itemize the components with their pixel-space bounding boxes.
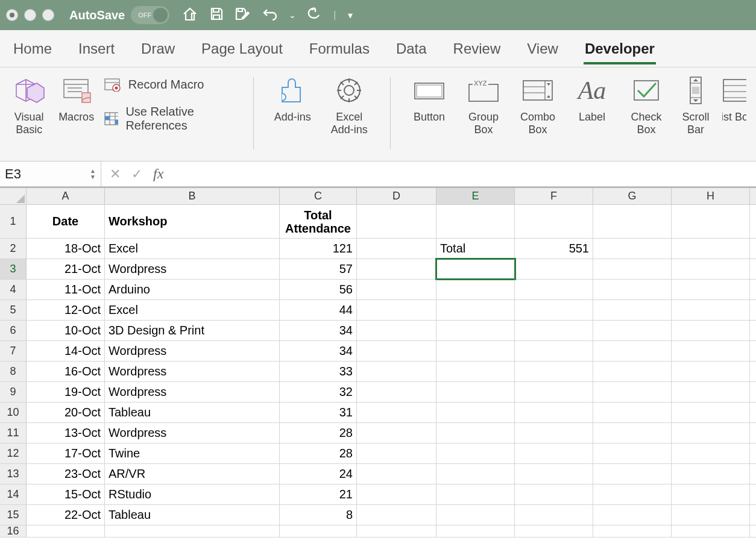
- cell[interactable]: [515, 382, 593, 402]
- cell[interactable]: Twine: [105, 444, 280, 463]
- save-icon[interactable]: [209, 7, 224, 24]
- cell[interactable]: [672, 300, 750, 320]
- cell[interactable]: 19-Oct: [27, 382, 105, 402]
- list-box-button[interactable]: List Box: [722, 74, 746, 124]
- cell[interactable]: 28: [280, 444, 357, 463]
- fx-icon[interactable]: fx: [153, 166, 163, 182]
- cell[interactable]: [436, 280, 515, 299]
- cell[interactable]: [593, 464, 672, 484]
- cell[interactable]: 18-Oct: [27, 239, 105, 259]
- cell[interactable]: [357, 280, 436, 299]
- cell[interactable]: [436, 321, 515, 340]
- select-all-corner[interactable]: [0, 188, 27, 204]
- cell[interactable]: [593, 362, 672, 381]
- col-header-F[interactable]: F: [515, 188, 593, 204]
- cell[interactable]: [515, 484, 593, 504]
- cell[interactable]: [672, 403, 750, 422]
- cell[interactable]: [357, 444, 436, 463]
- row-header[interactable]: 3: [0, 259, 27, 279]
- cell[interactable]: 121: [280, 239, 357, 259]
- cell[interactable]: 33: [280, 362, 357, 381]
- worksheet-grid[interactable]: A B C D E F G H 1 Date Workshop Total At…: [0, 187, 756, 538]
- close-window-button[interactable]: [6, 9, 18, 21]
- cell[interactable]: Total Attendance: [280, 205, 357, 238]
- cell[interactable]: [672, 505, 750, 525]
- combo-box-button[interactable]: Combo Box: [515, 74, 561, 136]
- cell[interactable]: 20-Oct: [27, 403, 105, 422]
- row-header[interactable]: 11: [0, 423, 27, 443]
- cell[interactable]: 17-Oct: [27, 444, 105, 463]
- cell[interactable]: [436, 341, 515, 361]
- cell[interactable]: [436, 464, 515, 484]
- row-header[interactable]: 15: [0, 505, 27, 525]
- tab-view[interactable]: View: [526, 33, 559, 64]
- cell[interactable]: [436, 300, 515, 320]
- cell[interactable]: 12-Oct: [27, 300, 105, 320]
- cell[interactable]: [515, 259, 593, 279]
- redo-icon[interactable]: [307, 7, 321, 24]
- cell[interactable]: [672, 259, 750, 279]
- addins-button[interactable]: Add-ins: [269, 74, 315, 124]
- scroll-bar-button[interactable]: Scroll Bar: [678, 74, 714, 136]
- row-header[interactable]: 16: [0, 525, 27, 537]
- cell[interactable]: [436, 505, 515, 525]
- cell[interactable]: [672, 444, 750, 463]
- undo-dropdown-icon[interactable]: ⌄: [289, 10, 296, 20]
- cell[interactable]: [436, 403, 515, 422]
- cell[interactable]: [672, 205, 750, 238]
- cell[interactable]: 57: [280, 259, 357, 279]
- cell[interactable]: [27, 525, 105, 537]
- tab-formulas[interactable]: Formulas: [308, 33, 371, 64]
- cell[interactable]: Wordpress: [105, 259, 280, 279]
- formula-input[interactable]: [172, 161, 756, 186]
- cell[interactable]: 22-Oct: [27, 505, 105, 525]
- cell[interactable]: [280, 525, 357, 537]
- col-header-C[interactable]: C: [280, 188, 357, 204]
- cell[interactable]: 32: [280, 382, 357, 402]
- col-header-D[interactable]: D: [357, 188, 436, 204]
- cell[interactable]: [593, 484, 672, 504]
- col-header-E[interactable]: E: [436, 188, 515, 204]
- cell[interactable]: [515, 464, 593, 484]
- row-header[interactable]: 8: [0, 362, 27, 381]
- use-relative-refs-button[interactable]: Use Relative References: [104, 105, 238, 133]
- cell[interactable]: [593, 382, 672, 402]
- cell[interactable]: 56: [280, 280, 357, 299]
- group-box-button[interactable]: XYZ Group Box: [461, 74, 506, 136]
- cell[interactable]: [593, 259, 672, 279]
- selected-cell[interactable]: [436, 259, 515, 279]
- undo-icon[interactable]: [262, 7, 278, 23]
- excel-addins-button[interactable]: Excel Add-ins: [324, 74, 374, 136]
- row-header[interactable]: 9: [0, 382, 27, 402]
- row-header[interactable]: 10: [0, 403, 27, 422]
- namebox-spinners[interactable]: ▲▼: [90, 168, 96, 180]
- cell[interactable]: 13-Oct: [27, 423, 105, 443]
- cell[interactable]: [515, 205, 593, 238]
- cell[interactable]: [593, 423, 672, 443]
- cell[interactable]: [672, 423, 750, 443]
- cell[interactable]: [515, 423, 593, 443]
- macros-button[interactable]: Macros: [57, 74, 95, 124]
- cell[interactable]: Tableau: [105, 505, 280, 525]
- cell[interactable]: AR/VR: [105, 464, 280, 484]
- cell[interactable]: [593, 444, 672, 463]
- row-header[interactable]: 5: [0, 300, 27, 320]
- tab-data[interactable]: Data: [395, 33, 428, 64]
- row-header[interactable]: 2: [0, 239, 27, 259]
- cell[interactable]: [436, 444, 515, 463]
- record-macro-button[interactable]: Record Macro: [104, 77, 238, 92]
- cell[interactable]: [672, 382, 750, 402]
- cell[interactable]: [593, 239, 672, 259]
- cell[interactable]: [593, 280, 672, 299]
- cell[interactable]: [436, 525, 515, 537]
- cell[interactable]: 551: [515, 239, 593, 259]
- cell[interactable]: [515, 341, 593, 361]
- form-button-button[interactable]: Button: [406, 74, 452, 124]
- cell[interactable]: [593, 321, 672, 340]
- minimize-window-button[interactable]: [24, 9, 36, 21]
- cell[interactable]: [672, 341, 750, 361]
- cell[interactable]: [672, 362, 750, 381]
- row-header[interactable]: 4: [0, 280, 27, 299]
- cell[interactable]: 21: [280, 484, 357, 504]
- cell[interactable]: [357, 341, 436, 361]
